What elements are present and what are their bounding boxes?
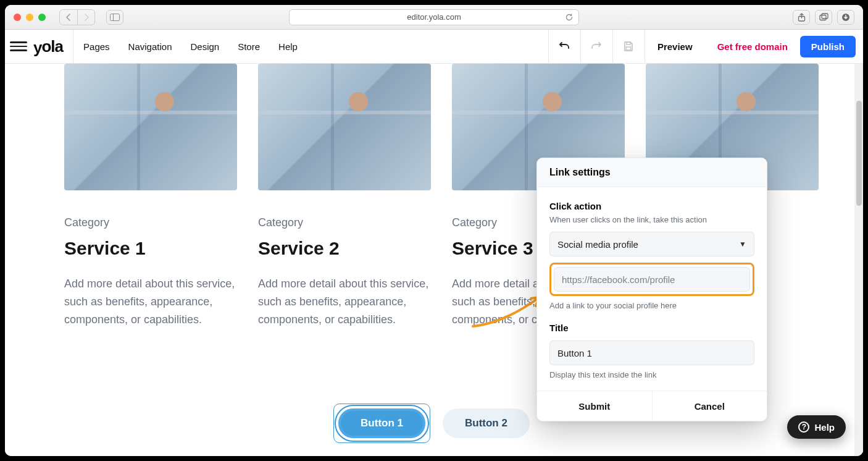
toolbar-right: Preview Get free domain Publish [548,30,856,63]
scrollbar-thumb[interactable] [856,101,862,206]
back-button[interactable] [60,10,77,25]
primary-button-selected[interactable]: Button 1 [338,408,425,438]
tabs-icon[interactable] [815,10,832,25]
browser-chrome: editor.yola.com [5,5,863,30]
close-window-icon[interactable] [14,14,21,21]
address-url: editor.yola.com [407,12,461,22]
browser-window: editor.yola.com yola Pages Navigation De… [5,5,863,456]
app-toolbar: yola Pages Navigation Design Store Help … [5,30,863,64]
service-title[interactable]: Service 2 [258,238,431,259]
popup-body: Click action When user clicks on the lin… [537,187,767,391]
secondary-button[interactable]: Button 2 [443,408,530,438]
service-image[interactable] [258,64,431,190]
browser-right-controls [793,10,854,25]
address-bar[interactable]: editor.yola.com [289,9,579,25]
get-domain-link[interactable]: Get free domain [705,41,800,52]
service-desc[interactable]: Add more detail about this service, such… [258,275,431,328]
help-label: Help [814,422,835,433]
submit-button[interactable]: Submit [537,391,652,421]
window-traffic-lights [14,14,46,21]
divider [73,30,73,64]
forward-button[interactable] [77,10,94,25]
social-url-input[interactable]: https://facebook.com/profile [554,267,750,292]
redo-icon[interactable] [580,30,612,64]
click-action-select[interactable]: Social media profile ▼ [549,232,754,256]
help-button[interactable]: ? Help [787,415,846,439]
menu-design[interactable]: Design [190,41,219,52]
app-logo[interactable]: yola [33,37,63,56]
title-input-value: Button 1 [557,348,592,358]
click-action-value: Social media profile [557,239,638,250]
svg-rect-7 [627,47,631,50]
popup-title: Link settings [537,158,767,187]
url-hint: Add a link to your social profile here [549,301,754,310]
service-card[interactable]: Category Service 2 Add more detail about… [258,64,431,328]
menu-pages[interactable]: Pages [83,41,110,52]
service-desc[interactable]: Add more detail about this service, such… [64,275,237,328]
svg-rect-4 [822,14,828,19]
zoom-window-icon[interactable] [38,14,46,21]
svg-rect-6 [627,42,630,44]
downloads-icon[interactable] [837,10,854,25]
sidebar-toggle-icon[interactable] [106,10,123,25]
menu-store[interactable]: Store [238,41,260,52]
click-action-hint: When user clicks on the link, take this … [549,215,754,224]
reload-icon[interactable] [565,13,574,22]
title-hint: Display this text inside the link [549,370,754,379]
help-icon: ? [798,421,809,433]
title-field-label: Title [549,323,754,333]
preview-button[interactable]: Preview [645,30,705,64]
nav-arrows [59,9,95,25]
undo-icon[interactable] [548,30,580,64]
click-action-label: Click action [549,201,754,211]
social-url-placeholder: https://facebook.com/profile [562,274,675,285]
menu-navigation[interactable]: Navigation [128,41,172,52]
minimize-window-icon[interactable] [26,14,33,21]
svg-rect-3 [820,15,826,20]
editor-canvas[interactable]: Category Service 1 Add more detail about… [5,64,863,456]
service-card[interactable]: Category Service 1 Add more detail about… [64,64,237,328]
title-input[interactable]: Button 1 [549,340,754,365]
service-category[interactable]: Category [258,216,431,229]
cancel-button[interactable]: Cancel [652,391,767,421]
popup-footer: Submit Cancel [537,391,767,421]
share-icon[interactable] [793,10,810,25]
publish-button[interactable]: Publish [800,36,856,57]
main-menu: Pages Navigation Design Store Help [83,41,298,52]
service-category[interactable]: Category [64,216,237,229]
menu-icon[interactable] [10,38,27,55]
svg-rect-0 [111,14,120,20]
service-title[interactable]: Service 1 [64,238,237,259]
save-icon[interactable] [612,30,645,64]
url-field-highlight: https://facebook.com/profile [549,263,754,296]
menu-help[interactable]: Help [278,41,298,52]
chevron-down-icon: ▼ [739,240,746,248]
link-settings-popup: Link settings Click action When user cli… [536,158,767,421]
service-image[interactable] [64,64,237,190]
